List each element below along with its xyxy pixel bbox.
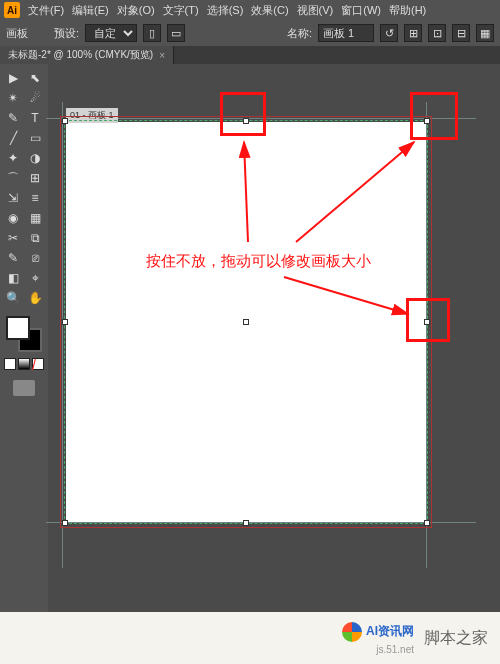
footer-brand: AI资讯网: [342, 622, 414, 642]
free-transform-tool[interactable]: ▦: [24, 208, 46, 228]
optbar-icon-5[interactable]: ▦: [476, 24, 494, 42]
handle-sw[interactable]: [62, 520, 68, 526]
menu-view[interactable]: 视图(V): [297, 3, 334, 18]
options-label-name: 名称:: [287, 26, 312, 41]
mesh-tool[interactable]: ✎: [2, 248, 24, 268]
artboard-name-input[interactable]: [318, 24, 374, 42]
width-tool[interactable]: ◉: [2, 208, 24, 228]
handle-w[interactable]: [62, 319, 68, 325]
footer-bar: AI资讯网 js.51.net 脚本之家: [0, 612, 500, 664]
annotation-box-top: [220, 92, 266, 136]
scale-tool[interactable]: ≡: [24, 188, 46, 208]
zoom-tool[interactable]: 🔍: [2, 288, 24, 308]
paintbrush-tool[interactable]: ✦: [2, 148, 24, 168]
menu-file[interactable]: 文件(F): [28, 3, 64, 18]
handle-center[interactable]: [243, 319, 249, 325]
handle-s[interactable]: [243, 520, 249, 526]
options-bar: 画板 预设: 自定 ▯ ▭ 名称: ↺ ⊞ ⊡ ⊟ ▦: [0, 20, 500, 46]
footer-brand-logo-icon: [342, 622, 362, 642]
rotate-tool[interactable]: ⇲: [2, 188, 24, 208]
blend-tool[interactable]: ⌖: [24, 268, 46, 288]
annotation-box-ne: [410, 92, 458, 140]
options-label-board: 画板: [6, 26, 28, 41]
perspective-grid-tool[interactable]: ⧉: [24, 228, 46, 248]
type-tool[interactable]: T: [24, 108, 46, 128]
tools-panel: ▶ ⬉ ✴ ☄ ✎ T ╱ ▭ ✦ ◑ ⌒ ⊞ ⇲ ≡ ◉ ▦ ✂ ⧉ ✎ ⎚ …: [0, 64, 48, 612]
lasso-tool[interactable]: ☄: [24, 88, 46, 108]
eraser-tool[interactable]: ⊞: [24, 168, 46, 188]
artboard[interactable]: 01 - 画板 1: [66, 122, 426, 522]
footer-jb-text: 脚本之家: [424, 628, 488, 649]
canvas-area[interactable]: 01 - 画板 1 按住不放，拖动可以修改画板大小: [48, 64, 500, 612]
menu-select[interactable]: 选择(S): [207, 3, 244, 18]
document-tab[interactable]: 未标题-2* @ 100% (CMYK/预览) ×: [0, 46, 174, 64]
fill-stroke-swatch[interactable]: [4, 314, 44, 354]
menu-edit[interactable]: 编辑(E): [72, 3, 109, 18]
pencil-tool[interactable]: ◑: [24, 148, 46, 168]
magic-wand-tool[interactable]: ✴: [2, 88, 24, 108]
menu-object[interactable]: 对象(O): [117, 3, 155, 18]
handle-se[interactable]: [424, 520, 430, 526]
document-tab-title: 未标题-2* @ 100% (CMYK/预览): [8, 48, 153, 62]
footer-brand-text: AI资讯网: [366, 623, 414, 640]
close-icon[interactable]: ×: [159, 50, 165, 61]
annotation-box-right: [406, 298, 450, 342]
shape-builder-tool[interactable]: ✂: [2, 228, 24, 248]
screen-mode-icon[interactable]: [13, 380, 35, 396]
annotation-text: 按住不放，拖动可以修改画板大小: [146, 252, 371, 271]
footer-site-text: js.51.net: [376, 644, 414, 655]
app-logo: Ai: [4, 2, 20, 18]
selection-tool[interactable]: ▶: [2, 68, 24, 88]
color-mode-gradient[interactable]: [18, 358, 30, 370]
orientation-landscape-icon[interactable]: ▭: [167, 24, 185, 42]
menu-effect[interactable]: 效果(C): [251, 3, 288, 18]
fill-swatch[interactable]: [6, 316, 30, 340]
color-mode-row: /: [4, 358, 44, 370]
optbar-icon-4[interactable]: ⊟: [452, 24, 470, 42]
handle-nw[interactable]: [62, 118, 68, 124]
optbar-icon-2[interactable]: ⊞: [404, 24, 422, 42]
blob-brush-tool[interactable]: ⌒: [2, 168, 24, 188]
gradient-tool[interactable]: ⎚: [24, 248, 46, 268]
options-label-preset: 预设:: [54, 26, 79, 41]
eyedropper-tool[interactable]: ◧: [2, 268, 24, 288]
menu-bar: Ai 文件(F) 编辑(E) 对象(O) 文字(T) 选择(S) 效果(C) 视…: [0, 0, 500, 20]
rectangle-tool[interactable]: ▭: [24, 128, 46, 148]
line-tool[interactable]: ╱: [2, 128, 24, 148]
pen-tool[interactable]: ✎: [2, 108, 24, 128]
artboard-wrap: 01 - 画板 1 按住不放，拖动可以修改画板大小: [66, 122, 436, 528]
menu-help[interactable]: 帮助(H): [389, 3, 426, 18]
preset-select[interactable]: 自定: [85, 24, 137, 42]
menu-window[interactable]: 窗口(W): [341, 3, 381, 18]
color-mode-solid[interactable]: [4, 358, 16, 370]
direct-selection-tool[interactable]: ⬉: [24, 68, 46, 88]
optbar-icon-3[interactable]: ⊡: [428, 24, 446, 42]
color-mode-none[interactable]: /: [32, 358, 44, 370]
orientation-portrait-icon[interactable]: ▯: [143, 24, 161, 42]
document-tab-bar: 未标题-2* @ 100% (CMYK/预览) ×: [0, 46, 500, 64]
optbar-icon-1[interactable]: ↺: [380, 24, 398, 42]
hand-tool[interactable]: ✋: [24, 288, 46, 308]
menu-type[interactable]: 文字(T): [163, 3, 199, 18]
